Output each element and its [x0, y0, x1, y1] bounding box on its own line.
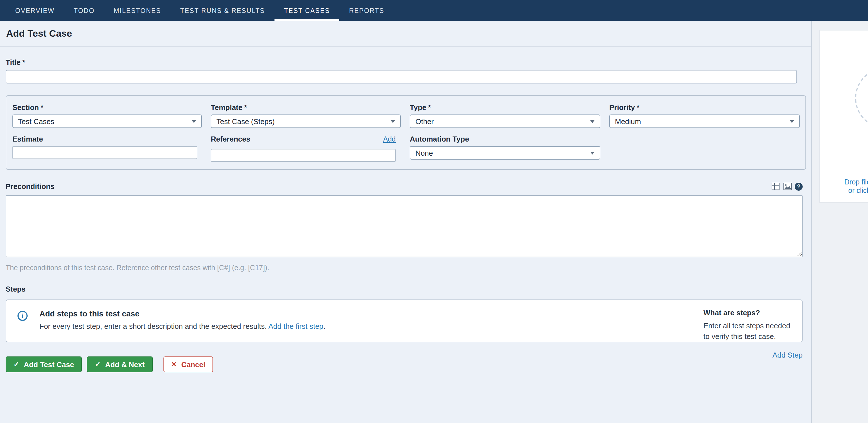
automation-type-value: None [415, 149, 590, 157]
type-label: Type* [410, 103, 600, 112]
type-dropdown[interactable]: Other [410, 115, 600, 128]
required-marker: * [637, 103, 640, 112]
steps-info-text: For every test step, enter a short descr… [39, 322, 268, 331]
automation-type-label: Automation Type [410, 135, 600, 143]
references-field: References Add [211, 135, 401, 162]
chevron-down-icon [789, 120, 794, 123]
nav-milestones[interactable]: MILESTONES [104, 0, 171, 21]
add-test-case-form: Title* Section* Test Cases [0, 58, 811, 372]
table-icon[interactable] [771, 182, 780, 191]
nav-overview[interactable]: OVERVIEW [6, 0, 64, 21]
template-dropdown[interactable]: Test Case (Steps) [211, 115, 401, 128]
section-label-text: Section [12, 103, 39, 112]
preconditions-toolbar: ? [771, 182, 803, 191]
preconditions-help-text: The preconditions of this test case. Ref… [6, 264, 805, 272]
steps-info-main: i Add steps to this test case For every … [6, 300, 693, 342]
estimate-field: Estimate [12, 135, 202, 162]
section-field: Section* Test Cases [12, 103, 202, 128]
type-label-text: Type [410, 103, 426, 112]
app-window: OVERVIEW TODO MILESTONES TEST RUNS & RES… [0, 0, 868, 423]
check-icon: ✓ [13, 360, 19, 368]
section-value: Test Cases [18, 117, 192, 125]
drop-files-line2: or click on ' [848, 187, 868, 195]
steps-aside: What are steps? Enter all test steps nee… [693, 300, 802, 342]
steps-info-suffix: . [323, 322, 325, 331]
chevron-down-icon [192, 120, 196, 123]
case-attributes-box: Section* Test Cases Template* Test Case … [6, 95, 806, 170]
top-nav: OVERVIEW TODO MILESTONES TEST RUNS & RES… [0, 0, 868, 21]
nav-test-cases[interactable]: TEST CASES [275, 0, 340, 21]
info-icon: i [18, 311, 28, 321]
nav-test-runs[interactable]: TEST RUNS & RESULTS [170, 0, 274, 21]
empty-cell [609, 135, 800, 162]
drop-files-text: Drop files he or click on ' [844, 178, 868, 195]
required-marker: * [428, 103, 431, 112]
check-icon: ✓ [95, 360, 101, 368]
references-add-link[interactable]: Add [383, 135, 396, 143]
priority-field: Priority* Medium [609, 103, 800, 128]
form-actions: ✓ Add Test Case ✓ Add & Next ✕ Cancel Ad… [6, 357, 803, 372]
chevron-down-icon [391, 120, 395, 123]
preconditions-header: Preconditions ? [6, 182, 803, 191]
required-marker: * [22, 58, 25, 66]
add-and-next-button[interactable]: ✓ Add & Next [87, 357, 152, 372]
type-value: Other [415, 117, 590, 125]
priority-value: Medium [615, 117, 789, 125]
x-icon: ✕ [171, 360, 177, 368]
attachment-illustration [855, 68, 868, 129]
section-dropdown[interactable]: Test Cases [12, 115, 202, 128]
references-label: References [211, 135, 250, 143]
drop-files-line1: Drop files he [844, 178, 868, 187]
chevron-down-icon [590, 120, 595, 123]
attachments-drop-zone[interactable]: Drop files he or click on ' [819, 30, 868, 203]
page-header: Add Test Case [0, 21, 811, 47]
nav-todo[interactable]: TODO [64, 0, 104, 21]
cancel-button-label: Cancel [181, 360, 205, 369]
add-test-case-button[interactable]: ✓ Add Test Case [6, 357, 82, 372]
priority-label: Priority* [609, 103, 800, 112]
title-label: Title* [6, 58, 805, 66]
steps-aside-body: Enter all test steps needed to verify th… [704, 320, 795, 342]
title-input[interactable] [6, 70, 797, 84]
priority-label-text: Priority [609, 103, 635, 112]
priority-dropdown[interactable]: Medium [609, 115, 800, 128]
references-input[interactable] [211, 149, 396, 162]
required-marker: * [244, 103, 247, 112]
add-first-step-link[interactable]: Add the first step [268, 322, 323, 331]
title-field: Title* [6, 58, 805, 84]
main-panel: Add Test Case Title* Section* [0, 21, 812, 423]
image-icon[interactable] [783, 182, 792, 191]
add-step-link[interactable]: Add Step [772, 351, 803, 359]
nav-reports[interactable]: REPORTS [340, 0, 394, 21]
title-label-text: Title [6, 58, 21, 66]
screen: OVERVIEW TODO MILESTONES TEST RUNS & RES… [0, 0, 868, 423]
type-field: Type* Other [410, 103, 600, 128]
required-marker: * [40, 103, 43, 112]
template-label-text: Template [211, 103, 242, 112]
add-test-case-button-label: Add Test Case [24, 360, 74, 369]
automation-type-field: Automation Type None [410, 135, 600, 162]
steps-info-box: i Add steps to this test case For every … [6, 300, 803, 342]
preconditions-label: Preconditions [6, 182, 54, 191]
page-title: Add Test Case [6, 28, 72, 39]
template-label: Template* [211, 103, 401, 112]
steps-aside-title: What are steps? [704, 308, 795, 317]
help-icon[interactable]: ? [795, 182, 803, 190]
template-value: Test Case (Steps) [216, 117, 391, 125]
steps-label: Steps [6, 285, 805, 293]
estimate-label: Estimate [12, 135, 202, 143]
chevron-down-icon [590, 151, 595, 154]
add-and-next-button-label: Add & Next [105, 360, 145, 369]
steps-info-title: Add steps to this test case [39, 309, 326, 318]
steps-info-body: For every test step, enter a short descr… [39, 322, 326, 331]
template-field: Template* Test Case (Steps) [211, 103, 401, 128]
estimate-input[interactable] [12, 146, 197, 159]
cancel-button[interactable]: ✕ Cancel [163, 357, 213, 372]
section-label: Section* [12, 103, 202, 112]
automation-type-dropdown[interactable]: None [410, 146, 600, 160]
preconditions-textarea[interactable] [6, 195, 803, 257]
